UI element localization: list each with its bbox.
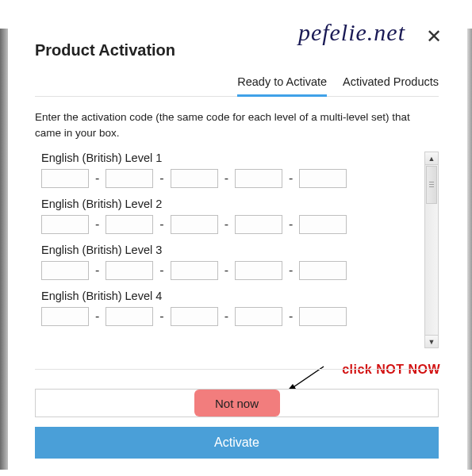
dialog-header: Product Activation ✕ pefelie.net Ready t… [11,3,462,97]
window-shadow-right [467,29,472,470]
levels-scrollarea: English (British) Level 1 - - - - En [35,152,439,348]
code-segment-input[interactable] [235,307,282,326]
code-separator: - [95,171,99,186]
code-segment-input[interactable] [235,169,282,188]
level-label: English (British) Level 3 [41,244,424,256]
vertical-scrollbar[interactable]: ▲ ▼ [424,152,439,348]
not-now-label: Not now [215,397,259,410]
scroll-thumb[interactable] [426,166,437,204]
code-segment-input[interactable] [171,215,218,234]
code-segment-input[interactable] [299,307,347,326]
tab-bar: Ready to Activate Activated Products [35,75,439,97]
not-now-button[interactable]: Not now [35,389,439,417]
code-separator: - [159,217,163,232]
code-separator: - [95,309,99,324]
code-segment-input[interactable] [106,261,153,280]
activate-label: Activate [214,436,259,450]
level-label: English (British) Level 1 [41,152,424,164]
code-segment-input[interactable] [41,169,89,188]
code-segment-input[interactable] [106,169,153,188]
code-row: - - - - [41,215,424,234]
code-segment-input[interactable] [41,261,89,280]
code-segment-input[interactable] [106,307,153,326]
level-label: English (British) Level 2 [41,198,424,210]
scroll-up-icon[interactable]: ▲ [425,152,438,165]
code-separator: - [224,309,228,324]
dialog-body: Enter the activation code (the same code… [11,97,462,348]
window-shadow-left [0,29,8,470]
code-segment-input[interactable] [235,215,282,234]
code-separator: - [159,263,163,278]
code-segment-input[interactable] [299,215,347,234]
activate-button[interactable]: Activate [35,427,439,459]
code-separator: - [224,171,228,186]
code-segment-input[interactable] [41,215,89,234]
dialog-footer: Not now Activate [35,369,439,459]
code-segment-input[interactable] [106,215,153,234]
code-segment-input[interactable] [41,307,89,326]
tab-ready-to-activate[interactable]: Ready to Activate [237,75,327,97]
tab-activated-products[interactable]: Activated Products [343,75,439,97]
code-row: - - - - [41,261,424,280]
watermark-text: pefelie.net [298,19,405,46]
code-separator: - [289,217,293,232]
code-separator: - [224,217,228,232]
level-row: English (British) Level 1 - - - - [41,152,424,188]
code-segment-input[interactable] [235,261,282,280]
level-row: English (British) Level 2 - - - - [41,198,424,234]
footer-divider [35,369,439,370]
level-row: English (British) Level 4 - - - - [41,290,424,326]
code-separator: - [224,263,228,278]
level-label: English (British) Level 4 [41,290,424,302]
code-separator: - [289,263,293,278]
instructions-text: Enter the activation code (the same code… [35,109,439,140]
code-row: - - - - [41,307,424,326]
code-separator: - [289,309,293,324]
code-separator: - [289,171,293,186]
code-separator: - [95,263,99,278]
activation-dialog: Product Activation ✕ pefelie.net Ready t… [11,3,462,473]
scroll-down-icon[interactable]: ▼ [425,335,438,347]
code-row: - - - - [41,169,424,188]
code-separator: - [159,309,163,324]
code-segment-input[interactable] [171,261,218,280]
code-segment-input[interactable] [299,261,347,280]
code-segment-input[interactable] [171,169,218,188]
level-row: English (British) Level 3 - - - - [41,244,424,280]
code-separator: - [159,171,163,186]
code-separator: - [95,217,99,232]
page-title: Product Activation [35,41,175,60]
close-icon[interactable]: ✕ [426,27,442,46]
code-segment-input[interactable] [171,307,218,326]
code-segment-input[interactable] [299,169,347,188]
